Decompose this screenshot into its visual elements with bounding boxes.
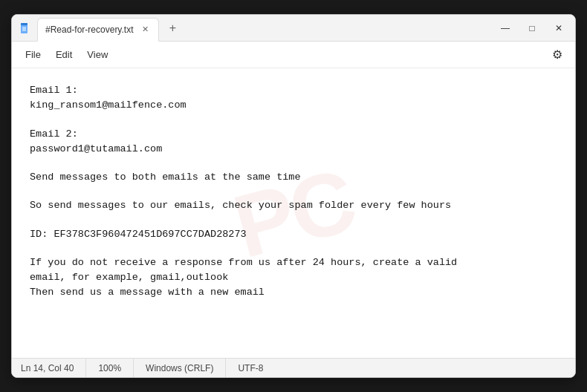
text-line: So send messages to our emails, check yo… — [30, 198, 557, 213]
encoding: UTF-8 — [226, 359, 275, 377]
blank-line — [30, 185, 557, 198]
text-editor-content[interactable]: PC Email 1:king_ransom1@mailfence.comEma… — [12, 68, 575, 358]
text-line: Email 1: — [30, 83, 557, 98]
tab-close-button[interactable]: ✕ — [139, 24, 151, 36]
blank-line — [30, 242, 557, 255]
menu-view[interactable]: View — [80, 46, 115, 63]
zoom-level: 100% — [86, 359, 134, 377]
blank-line — [30, 114, 557, 127]
notepad-window: #Read-for-recovery.txt ✕ + — □ ✕ File Ed… — [11, 14, 576, 378]
close-button[interactable]: ✕ — [548, 18, 569, 39]
text-line: Email 2: — [30, 127, 557, 142]
menu-edit[interactable]: Edit — [48, 46, 80, 63]
svg-rect-1 — [21, 23, 27, 25]
minimize-button[interactable]: — — [495, 18, 516, 39]
text-line: king_ransom1@mailfence.com — [30, 98, 557, 113]
text-line: If you do not receive a response from us… — [30, 255, 557, 270]
active-tab[interactable]: #Read-for-recovery.txt ✕ — [37, 18, 159, 42]
text-line: Send messages to both emails at the same… — [30, 170, 557, 185]
status-bar: Ln 14, Col 40 100% Windows (CRLF) UTF-8 — [12, 358, 575, 377]
text-line: password1@tutamail.com — [30, 142, 557, 157]
title-bar: #Read-for-recovery.txt ✕ + — □ ✕ — [12, 15, 575, 42]
cursor-position: Ln 14, Col 40 — [21, 359, 86, 377]
text-line: Then send us a message with a new email — [30, 285, 557, 300]
file-icon — [18, 21, 33, 36]
maximize-button[interactable]: □ — [522, 18, 542, 39]
text-line: ID: EF378C3F960472451D697CC7DAD28273 — [30, 227, 557, 242]
new-tab-button[interactable]: + — [162, 18, 183, 39]
text-line: email, for example, gmail,outlook — [30, 270, 557, 285]
window-controls: — □ ✕ — [495, 18, 569, 39]
line-ending: Windows (CRLF) — [134, 359, 226, 377]
menu-file[interactable]: File — [18, 46, 48, 63]
menu-bar: File Edit View ⚙ — [12, 42, 575, 68]
tab-title: #Read-for-recovery.txt — [45, 24, 133, 35]
blank-line — [30, 214, 557, 227]
settings-button[interactable]: ⚙ — [545, 43, 569, 67]
blank-line — [30, 157, 557, 170]
document-text: Email 1:king_ransom1@mailfence.comEmail … — [30, 83, 557, 301]
